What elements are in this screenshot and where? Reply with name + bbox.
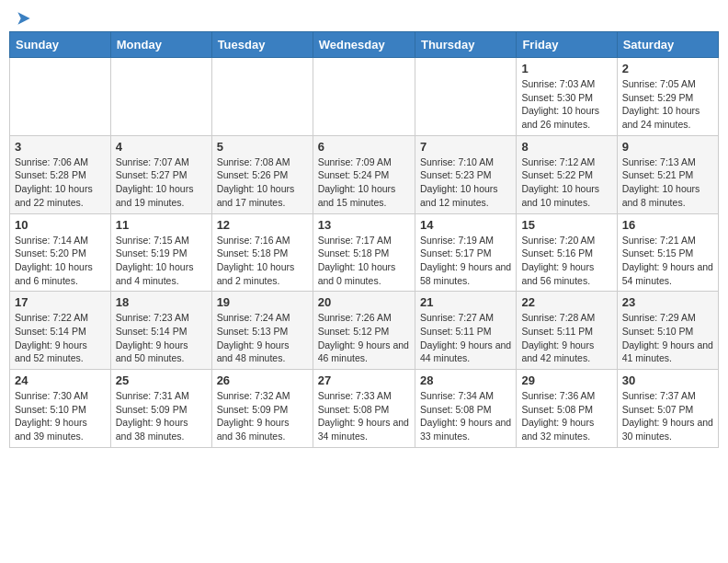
day-info: Sunrise: 7:13 AM Sunset: 5:21 PM Dayligh… bbox=[622, 155, 713, 210]
day-info: Sunrise: 7:05 AM Sunset: 5:29 PM Dayligh… bbox=[622, 77, 713, 132]
logo bbox=[13, 9, 33, 24]
weekday-header-thursday: Thursday bbox=[415, 32, 516, 58]
calendar-cell: 26Sunrise: 7:32 AM Sunset: 5:09 PM Dayli… bbox=[211, 370, 313, 448]
day-info: Sunrise: 7:24 AM Sunset: 5:13 PM Dayligh… bbox=[217, 311, 308, 365]
day-info: Sunrise: 7:31 AM Sunset: 5:09 PM Dayligh… bbox=[116, 389, 207, 443]
day-number: 29 bbox=[521, 373, 611, 387]
day-info: Sunrise: 7:10 AM Sunset: 5:23 PM Dayligh… bbox=[420, 155, 511, 210]
day-info: Sunrise: 7:09 AM Sunset: 5:24 PM Dayligh… bbox=[318, 155, 410, 210]
calendar-cell: 23Sunrise: 7:29 AM Sunset: 5:10 PM Dayli… bbox=[617, 292, 718, 370]
calendar-cell: 3Sunrise: 7:06 AM Sunset: 5:28 PM Daylig… bbox=[10, 135, 111, 213]
day-number: 1 bbox=[521, 62, 611, 75]
day-info: Sunrise: 7:32 AM Sunset: 5:09 PM Dayligh… bbox=[217, 389, 308, 443]
calendar-cell: 14Sunrise: 7:19 AM Sunset: 5:17 PM Dayli… bbox=[415, 213, 516, 292]
calendar-cell: 24Sunrise: 7:30 AM Sunset: 5:10 PM Dayli… bbox=[10, 370, 111, 448]
weekday-header-sunday: Sunday bbox=[10, 32, 111, 58]
weekday-header-saturday: Saturday bbox=[617, 32, 718, 58]
day-number: 2 bbox=[622, 62, 713, 75]
calendar-cell: 21Sunrise: 7:27 AM Sunset: 5:11 PM Dayli… bbox=[415, 292, 516, 370]
day-info: Sunrise: 7:29 AM Sunset: 5:10 PM Dayligh… bbox=[622, 311, 713, 365]
day-info: Sunrise: 7:07 AM Sunset: 5:27 PM Dayligh… bbox=[116, 155, 207, 210]
day-info: Sunrise: 7:28 AM Sunset: 5:11 PM Dayligh… bbox=[521, 311, 611, 365]
day-number: 10 bbox=[15, 218, 106, 232]
day-number: 25 bbox=[116, 373, 207, 387]
calendar-cell: 13Sunrise: 7:17 AM Sunset: 5:18 PM Dayli… bbox=[313, 213, 415, 292]
calendar-week-0: 1Sunrise: 7:03 AM Sunset: 5:30 PM Daylig… bbox=[10, 58, 719, 136]
day-number: 13 bbox=[318, 218, 410, 232]
day-info: Sunrise: 7:03 AM Sunset: 5:30 PM Dayligh… bbox=[521, 77, 611, 132]
day-info: Sunrise: 7:37 AM Sunset: 5:07 PM Dayligh… bbox=[622, 389, 713, 443]
day-info: Sunrise: 7:27 AM Sunset: 5:11 PM Dayligh… bbox=[420, 311, 511, 365]
calendar-cell: 8Sunrise: 7:12 AM Sunset: 5:22 PM Daylig… bbox=[517, 135, 617, 213]
calendar-cell: 30Sunrise: 7:37 AM Sunset: 5:07 PM Dayli… bbox=[617, 370, 718, 448]
day-info: Sunrise: 7:17 AM Sunset: 5:18 PM Dayligh… bbox=[318, 234, 410, 288]
day-info: Sunrise: 7:20 AM Sunset: 5:16 PM Dayligh… bbox=[521, 234, 611, 288]
day-number: 5 bbox=[217, 140, 308, 154]
day-info: Sunrise: 7:08 AM Sunset: 5:26 PM Dayligh… bbox=[217, 155, 308, 210]
calendar-cell: 7Sunrise: 7:10 AM Sunset: 5:23 PM Daylig… bbox=[415, 135, 516, 213]
calendar-cell: 15Sunrise: 7:20 AM Sunset: 5:16 PM Dayli… bbox=[517, 213, 617, 292]
day-number: 12 bbox=[217, 218, 308, 232]
calendar-cell: 22Sunrise: 7:28 AM Sunset: 5:11 PM Dayli… bbox=[517, 292, 617, 370]
calendar-table: SundayMondayTuesdayWednesdayThursdayFrid… bbox=[9, 31, 719, 448]
calendar-cell: 16Sunrise: 7:21 AM Sunset: 5:15 PM Dayli… bbox=[617, 213, 718, 292]
calendar-cell: 11Sunrise: 7:15 AM Sunset: 5:19 PM Dayli… bbox=[110, 213, 211, 292]
day-number: 18 bbox=[116, 295, 207, 309]
day-info: Sunrise: 7:12 AM Sunset: 5:22 PM Dayligh… bbox=[521, 155, 611, 210]
day-number: 20 bbox=[318, 295, 410, 309]
day-number: 28 bbox=[420, 373, 511, 387]
calendar-week-2: 10Sunrise: 7:14 AM Sunset: 5:20 PM Dayli… bbox=[10, 213, 719, 292]
day-number: 17 bbox=[15, 295, 106, 309]
logo-arrow-icon bbox=[15, 9, 33, 28]
page-header bbox=[9, 9, 719, 24]
day-number: 11 bbox=[116, 218, 207, 232]
calendar-cell: 28Sunrise: 7:34 AM Sunset: 5:08 PM Dayli… bbox=[415, 370, 516, 448]
day-number: 15 bbox=[521, 218, 611, 232]
calendar-cell: 1Sunrise: 7:03 AM Sunset: 5:30 PM Daylig… bbox=[517, 58, 617, 136]
calendar-week-3: 17Sunrise: 7:22 AM Sunset: 5:14 PM Dayli… bbox=[10, 292, 719, 370]
day-info: Sunrise: 7:14 AM Sunset: 5:20 PM Dayligh… bbox=[15, 234, 106, 288]
calendar-cell: 6Sunrise: 7:09 AM Sunset: 5:24 PM Daylig… bbox=[313, 135, 415, 213]
day-info: Sunrise: 7:21 AM Sunset: 5:15 PM Dayligh… bbox=[622, 234, 713, 288]
calendar-cell: 17Sunrise: 7:22 AM Sunset: 5:14 PM Dayli… bbox=[10, 292, 111, 370]
day-number: 19 bbox=[217, 295, 308, 309]
calendar-cell bbox=[10, 58, 111, 136]
calendar-cell bbox=[313, 58, 415, 136]
weekday-header-wednesday: Wednesday bbox=[313, 32, 415, 58]
day-number: 6 bbox=[318, 140, 410, 154]
weekday-header-monday: Monday bbox=[110, 32, 211, 58]
day-number: 9 bbox=[622, 140, 713, 154]
day-info: Sunrise: 7:34 AM Sunset: 5:08 PM Dayligh… bbox=[420, 389, 511, 443]
calendar-cell: 19Sunrise: 7:24 AM Sunset: 5:13 PM Dayli… bbox=[211, 292, 313, 370]
calendar-week-4: 24Sunrise: 7:30 AM Sunset: 5:10 PM Dayli… bbox=[10, 370, 719, 448]
day-number: 27 bbox=[318, 373, 410, 387]
weekday-header-tuesday: Tuesday bbox=[211, 32, 313, 58]
calendar-cell: 20Sunrise: 7:26 AM Sunset: 5:12 PM Dayli… bbox=[313, 292, 415, 370]
calendar-cell: 10Sunrise: 7:14 AM Sunset: 5:20 PM Dayli… bbox=[10, 213, 111, 292]
day-info: Sunrise: 7:30 AM Sunset: 5:10 PM Dayligh… bbox=[15, 389, 106, 443]
day-info: Sunrise: 7:26 AM Sunset: 5:12 PM Dayligh… bbox=[318, 311, 410, 365]
calendar-cell bbox=[211, 58, 313, 136]
calendar-cell: 29Sunrise: 7:36 AM Sunset: 5:08 PM Dayli… bbox=[517, 370, 617, 448]
weekday-header-friday: Friday bbox=[517, 32, 617, 58]
svg-marker-0 bbox=[17, 12, 29, 24]
day-info: Sunrise: 7:15 AM Sunset: 5:19 PM Dayligh… bbox=[116, 234, 207, 288]
day-info: Sunrise: 7:33 AM Sunset: 5:08 PM Dayligh… bbox=[318, 389, 410, 443]
day-number: 14 bbox=[420, 218, 511, 232]
day-number: 4 bbox=[116, 140, 207, 154]
day-info: Sunrise: 7:22 AM Sunset: 5:14 PM Dayligh… bbox=[15, 311, 106, 365]
day-info: Sunrise: 7:19 AM Sunset: 5:17 PM Dayligh… bbox=[420, 234, 511, 288]
day-info: Sunrise: 7:06 AM Sunset: 5:28 PM Dayligh… bbox=[15, 155, 106, 210]
day-number: 22 bbox=[521, 295, 611, 309]
calendar-header-row: SundayMondayTuesdayWednesdayThursdayFrid… bbox=[10, 32, 719, 58]
day-number: 3 bbox=[15, 140, 106, 154]
calendar-cell: 2Sunrise: 7:05 AM Sunset: 5:29 PM Daylig… bbox=[617, 58, 718, 136]
calendar-cell: 5Sunrise: 7:08 AM Sunset: 5:26 PM Daylig… bbox=[211, 135, 313, 213]
calendar-cell: 18Sunrise: 7:23 AM Sunset: 5:14 PM Dayli… bbox=[110, 292, 211, 370]
day-number: 16 bbox=[622, 218, 713, 232]
day-number: 8 bbox=[521, 140, 611, 154]
day-number: 23 bbox=[622, 295, 713, 309]
day-number: 7 bbox=[420, 140, 511, 154]
day-number: 21 bbox=[420, 295, 511, 309]
calendar-cell: 9Sunrise: 7:13 AM Sunset: 5:21 PM Daylig… bbox=[617, 135, 718, 213]
